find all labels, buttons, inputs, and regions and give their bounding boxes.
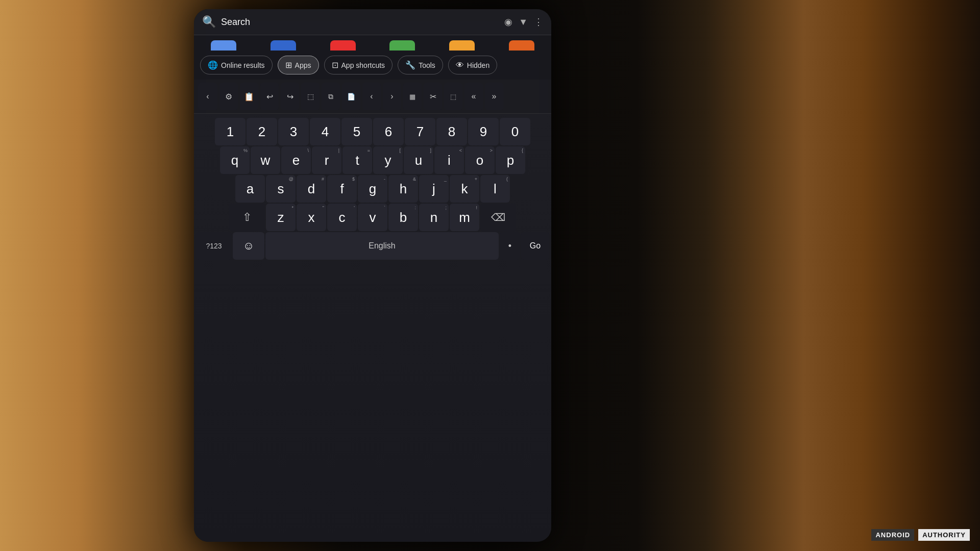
key-f[interactable]: $f bbox=[327, 175, 357, 203]
period-button[interactable]: • bbox=[500, 232, 520, 260]
key-l[interactable]: (l bbox=[480, 175, 510, 203]
category-tabs: 🌐 Online results ⊞ Apps ⊡ App shortcuts … bbox=[194, 51, 551, 80]
key-u[interactable]: ]u bbox=[404, 146, 433, 174]
key-s[interactable]: @s bbox=[266, 175, 296, 203]
key-e[interactable]: \e bbox=[281, 146, 311, 174]
clipboard-button[interactable]: 📋 bbox=[240, 83, 258, 110]
crop-button[interactable]: ⬚ bbox=[444, 83, 462, 110]
key-n[interactable]: ;n bbox=[419, 204, 449, 231]
key-c[interactable]: 'c bbox=[327, 204, 357, 231]
key-8[interactable]: 8 bbox=[436, 118, 467, 145]
tools-icon: 🔧 bbox=[405, 60, 415, 70]
app-color-strip bbox=[194, 35, 551, 51]
key-j[interactable]: _j bbox=[419, 175, 449, 203]
key-r[interactable]: |r bbox=[312, 146, 341, 174]
app-color-4 bbox=[373, 35, 432, 51]
key-p[interactable]: {p bbox=[496, 146, 525, 174]
color-tab-navy bbox=[271, 40, 296, 51]
zxcv-row: ⇧ *z "x 'c `v :b ;n !m ⌫ bbox=[196, 204, 549, 231]
app-color-6 bbox=[492, 35, 551, 51]
num-sym-button[interactable]: ?123 bbox=[196, 232, 232, 260]
tab-app-shortcuts[interactable]: ⊡ App shortcuts bbox=[324, 56, 393, 74]
backspace-button[interactable]: ⌫ bbox=[480, 204, 516, 231]
search-input[interactable] bbox=[221, 17, 499, 28]
key-3[interactable]: 3 bbox=[278, 118, 309, 145]
key-g[interactable]: -g bbox=[358, 175, 387, 203]
key-d[interactable]: #d bbox=[297, 175, 326, 203]
key-t[interactable]: =t bbox=[342, 146, 372, 174]
tab-tools[interactable]: 🔧 Tools bbox=[398, 56, 443, 74]
prev-button[interactable]: « bbox=[464, 83, 483, 110]
paste-button[interactable]: 📄 bbox=[342, 83, 360, 110]
color-tab-orange bbox=[449, 40, 475, 51]
redo-button[interactable]: ↪ bbox=[281, 83, 299, 110]
key-o[interactable]: >o bbox=[465, 146, 495, 174]
watermark-authority: AUTHORITY bbox=[918, 529, 970, 541]
grid-icon: ⊞ bbox=[285, 60, 292, 70]
tab-online-results[interactable]: 🌐 Online results bbox=[200, 56, 273, 74]
app-color-3 bbox=[313, 35, 373, 51]
search-icon: 🔍 bbox=[202, 15, 216, 29]
color-tab-red bbox=[330, 40, 356, 51]
select-all-button[interactable]: ⬚ bbox=[301, 83, 320, 110]
keyboard-area: 1 2 3 4 5 6 7 8 9 0 %q w \e |r =t [y ]u … bbox=[194, 114, 551, 542]
key-1[interactable]: 1 bbox=[215, 118, 246, 145]
select-button[interactable]: ▦ bbox=[403, 83, 422, 110]
key-w[interactable]: w bbox=[251, 146, 280, 174]
cut-button[interactable]: ✂ bbox=[424, 83, 442, 110]
key-5[interactable]: 5 bbox=[341, 118, 372, 145]
tab-hidden[interactable]: 👁 Hidden bbox=[448, 56, 497, 74]
key-b[interactable]: :b bbox=[388, 204, 418, 231]
undo-button[interactable]: ↩ bbox=[260, 83, 279, 110]
key-h[interactable]: &h bbox=[388, 175, 418, 203]
globe-icon: 🌐 bbox=[208, 60, 218, 70]
eye-off-icon[interactable]: ◉ bbox=[504, 16, 512, 28]
qwerty-row: %q w \e |r =t [y ]u <i >o {p bbox=[196, 146, 549, 174]
tab-online-label: Online results bbox=[221, 61, 265, 69]
color-tab-darkorange bbox=[509, 40, 534, 51]
key-2[interactable]: 2 bbox=[247, 118, 277, 145]
key-x[interactable]: "x bbox=[297, 204, 326, 231]
key-k[interactable]: +k bbox=[450, 175, 479, 203]
shift-button[interactable]: ⇧ bbox=[229, 204, 265, 231]
bottom-row: ?123 ☺ English • Go bbox=[196, 232, 549, 260]
watermark: ANDROIDAUTHORITY bbox=[871, 529, 970, 541]
emoji-button[interactable]: ☺ bbox=[233, 232, 264, 260]
key-q[interactable]: %q bbox=[220, 146, 250, 174]
tab-hidden-label: Hidden bbox=[467, 61, 489, 69]
tab-shortcuts-label: App shortcuts bbox=[341, 61, 385, 69]
key-m[interactable]: !m bbox=[450, 204, 479, 231]
color-tab-blue bbox=[211, 40, 236, 51]
key-0[interactable]: 0 bbox=[500, 118, 530, 145]
cursor-right-button[interactable]: › bbox=[383, 83, 401, 110]
more-options-icon[interactable]: ⋮ bbox=[534, 16, 543, 28]
key-v[interactable]: `v bbox=[358, 204, 387, 231]
space-button[interactable]: English bbox=[265, 232, 499, 260]
key-6[interactable]: 6 bbox=[373, 118, 404, 145]
tab-tools-label: Tools bbox=[419, 61, 435, 69]
search-bar: 🔍 ◉ ▼ ⋮ bbox=[194, 9, 551, 35]
hidden-icon: 👁 bbox=[456, 61, 464, 70]
number-row: 1 2 3 4 5 6 7 8 9 0 bbox=[196, 118, 549, 145]
key-4[interactable]: 4 bbox=[310, 118, 340, 145]
keyboard-container: 🔍 ◉ ▼ ⋮ bbox=[194, 9, 551, 542]
key-7[interactable]: 7 bbox=[405, 118, 435, 145]
tab-apps-label: Apps bbox=[295, 61, 311, 69]
cursor-left-button[interactable]: ‹ bbox=[362, 83, 381, 110]
app-color-1 bbox=[194, 35, 254, 51]
back-nav-button[interactable]: ‹ bbox=[198, 83, 217, 110]
settings-button[interactable]: ⚙ bbox=[219, 83, 238, 110]
key-9[interactable]: 9 bbox=[468, 118, 499, 145]
app-color-2 bbox=[254, 35, 313, 51]
filter-icon[interactable]: ▼ bbox=[519, 17, 528, 28]
tab-apps[interactable]: ⊞ Apps bbox=[278, 56, 319, 74]
watermark-android: ANDROID bbox=[871, 529, 914, 541]
key-z[interactable]: *z bbox=[266, 204, 296, 231]
key-i[interactable]: <i bbox=[434, 146, 464, 174]
copy-button[interactable]: ⧉ bbox=[322, 83, 340, 110]
asdf-row: a @s #d $f -g &h _j +k (l bbox=[196, 175, 549, 203]
key-y[interactable]: [y bbox=[373, 146, 403, 174]
key-a[interactable]: a bbox=[235, 175, 265, 203]
go-button[interactable]: Go bbox=[521, 232, 549, 260]
next-button[interactable]: » bbox=[485, 83, 503, 110]
